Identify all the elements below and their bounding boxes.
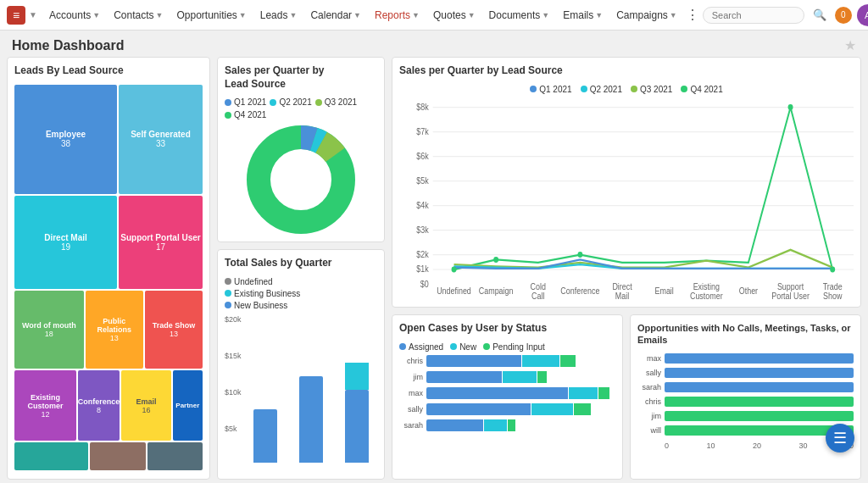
- svg-text:Campaign: Campaign: [479, 286, 514, 296]
- open-cases-title: Open Cases by User by Status: [399, 322, 615, 336]
- search-input[interactable]: [703, 7, 804, 24]
- donut-card: Sales per Quarter by Lead Source Q1 2021…: [217, 57, 385, 242]
- logo-icon: [7, 6, 25, 25]
- notification-badge[interactable]: 0: [835, 7, 852, 24]
- legend-q3: Q3 2021: [315, 97, 357, 107]
- line-chart-svg: $8k $7k $6k $5k $4k $3k $2k $1k $0 Undef…: [399, 97, 854, 294]
- bar-col-3[interactable]: [337, 315, 377, 463]
- tree-cell-conference[interactable]: Conference 8: [78, 370, 120, 441]
- tree-cell-employee[interactable]: Employee 38: [14, 85, 117, 194]
- donut-chart[interactable]: [225, 125, 377, 235]
- opp-row-jim: jim: [637, 411, 854, 421]
- svg-text:Show: Show: [823, 291, 843, 301]
- line-chart-card: Sales per Quarter by Lead Source Q1 2021…: [392, 57, 861, 308]
- legend-undefined: Undefined: [225, 277, 377, 286]
- bar-col-2[interactable]: [291, 315, 331, 463]
- nav-campaigns[interactable]: Campaigns▼: [611, 6, 682, 25]
- case-row-sarah: sarah: [399, 419, 615, 431]
- svg-point-40: [788, 104, 793, 110]
- leads-by-source-card: Leads By Lead Source Employee 38 Self Ge…: [7, 57, 210, 480]
- tree-cell-trade-show[interactable]: Trade Show 13: [145, 291, 203, 369]
- total-sales-chart: $20k $15k $10k $5k: [225, 315, 377, 463]
- bar-group: [245, 315, 377, 463]
- tree-cell-extra2[interactable]: [90, 442, 145, 469]
- svg-text:$1k: $1k: [416, 264, 429, 274]
- x-axis-labels: 0 10 20 30 40: [637, 441, 854, 450]
- legend-existing: Existing Business: [225, 289, 377, 298]
- legend-lc-q1: Q1 2021: [530, 85, 571, 94]
- tree-cell-email[interactable]: Email 16: [121, 370, 170, 441]
- tree-cell-extra3[interactable]: [147, 442, 203, 469]
- svg-point-41: [830, 266, 835, 272]
- search-icon[interactable]: 🔍: [810, 5, 830, 25]
- nav-calendar[interactable]: Calendar▼: [305, 6, 366, 25]
- fab-button[interactable]: ☰: [826, 424, 854, 452]
- legend-lc-q4: Q4 2021: [681, 85, 722, 94]
- user-avatar[interactable]: A: [857, 4, 868, 26]
- navbar: ▼ Accounts▼ Contacts▼ Opportunities▼ Lea…: [0, 0, 868, 31]
- bar-col-1[interactable]: [245, 315, 286, 463]
- svg-point-38: [493, 257, 498, 263]
- svg-text:$8k: $8k: [416, 102, 429, 112]
- svg-text:Mail: Mail: [615, 291, 629, 301]
- nav-opportunities[interactable]: Opportunities▼: [171, 6, 251, 25]
- donut-svg: [246, 125, 356, 235]
- tree-cell-support-portal[interactable]: Support Portal User 17: [119, 196, 203, 290]
- opp-no-calls-title: Opportunities with No Calls, Meetings, T…: [637, 322, 854, 347]
- svg-text:Undefined: Undefined: [437, 286, 471, 296]
- svg-text:Call: Call: [531, 291, 544, 301]
- svg-text:$3k: $3k: [416, 225, 429, 235]
- tree-cell-direct-mail[interactable]: Direct Mail 19: [14, 196, 117, 290]
- svg-text:Portal User: Portal User: [771, 291, 810, 301]
- donut-title: Sales per Quarter by Lead Source: [225, 64, 377, 91]
- y-axis: $20k $15k $10k $5k: [225, 315, 242, 463]
- opp-row-sarah: sarah: [637, 382, 854, 392]
- line-chart-svg-container[interactable]: $8k $7k $6k $5k $4k $3k $2k $1k $0 Undef…: [399, 97, 854, 294]
- open-cases-bars: chris jim: [399, 355, 615, 431]
- svg-text:Customer: Customer: [690, 291, 723, 301]
- tree-cell-word-of-mouth[interactable]: Word of mouth 18: [14, 291, 84, 369]
- legend-lc-q2: Q2 2021: [581, 85, 622, 94]
- svg-point-37: [452, 266, 457, 272]
- svg-text:$0: $0: [420, 279, 429, 289]
- svg-point-39: [577, 252, 582, 258]
- line-chart-legend: Q1 2021 Q2 2021 Q3 2021 Q4 2021: [399, 85, 854, 94]
- svg-text:$5k: $5k: [416, 175, 429, 186]
- opp-row-chris: chris: [637, 397, 854, 407]
- tree-cell-public-relations[interactable]: Public Relations 13: [86, 291, 143, 369]
- case-row-chris: chris: [399, 355, 615, 367]
- logo-chevron[interactable]: ▼: [29, 10, 37, 19]
- legend-q2: Q2 2021: [270, 97, 311, 107]
- tree-cell-extra1[interactable]: [14, 442, 88, 469]
- more-nav-icon[interactable]: ⋮: [686, 7, 699, 23]
- svg-text:$6k: $6k: [416, 151, 429, 161]
- nav-search-area: 🔍 0 A ▼ ＋: [703, 4, 868, 26]
- svg-text:$7k: $7k: [416, 126, 429, 136]
- svg-text:Email: Email: [655, 286, 674, 296]
- tree-cell-self-generated[interactable]: Self Generated 33: [119, 85, 203, 194]
- svg-text:Other: Other: [739, 286, 759, 296]
- page-title: Home Dashboard: [12, 38, 124, 53]
- nav-leads[interactable]: Leads▼: [255, 6, 303, 25]
- nav-accounts[interactable]: Accounts▼: [44, 6, 105, 25]
- tree-cell-existing-customer[interactable]: Existing Customer 12: [14, 370, 76, 441]
- opp-row-sally: sally: [637, 368, 854, 378]
- app-logo[interactable]: ▼: [7, 6, 37, 25]
- treemap[interactable]: Employee 38 Self Generated 33 Direct Mai…: [14, 85, 203, 475]
- favorite-button[interactable]: ★: [844, 37, 856, 53]
- nav-contacts[interactable]: Contacts▼: [108, 6, 168, 25]
- opp-no-calls-bars: max sally sarah chris: [637, 353, 854, 450]
- nav-quotes[interactable]: Quotes▼: [428, 6, 481, 25]
- leads-by-source-title: Leads By Lead Source: [14, 64, 203, 78]
- legend-new: New Business: [225, 301, 377, 310]
- donut-legend: Q1 2021 Q2 2021 Q3 2021 Q4 2021: [225, 97, 377, 119]
- tree-cell-partner[interactable]: Partner: [173, 370, 203, 441]
- nav-reports[interactable]: Reports▼: [370, 6, 425, 25]
- svg-text:$2k: $2k: [416, 249, 429, 259]
- open-cases-card: Open Cases by User by Status Assigned Ne…: [392, 314, 623, 480]
- nav-documents[interactable]: Documents▼: [484, 6, 555, 25]
- nav-emails[interactable]: Emails▼: [558, 6, 608, 25]
- case-row-sally: sally: [399, 403, 615, 415]
- page-header: Home Dashboard ★: [0, 31, 868, 57]
- total-sales-title: Total Sales by Quarter: [225, 257, 377, 270]
